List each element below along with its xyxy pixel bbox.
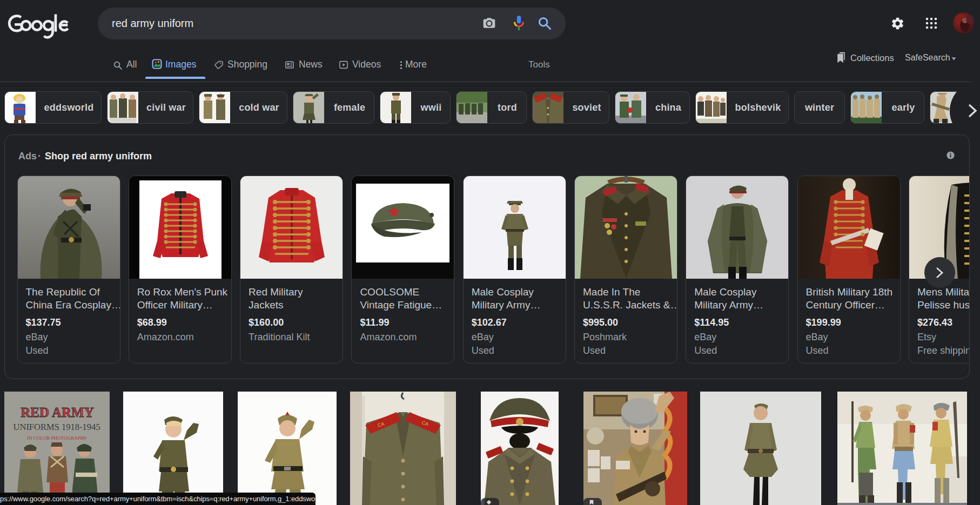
svg-text:RED ARMY: RED ARMY xyxy=(21,405,93,420)
svg-text:IN COLOR PHOTOGRAPHS: IN COLOR PHOTOGRAPHS xyxy=(27,435,86,441)
svg-text:UNIFORMS 1918-1945: UNIFORMS 1918-1945 xyxy=(14,422,100,432)
